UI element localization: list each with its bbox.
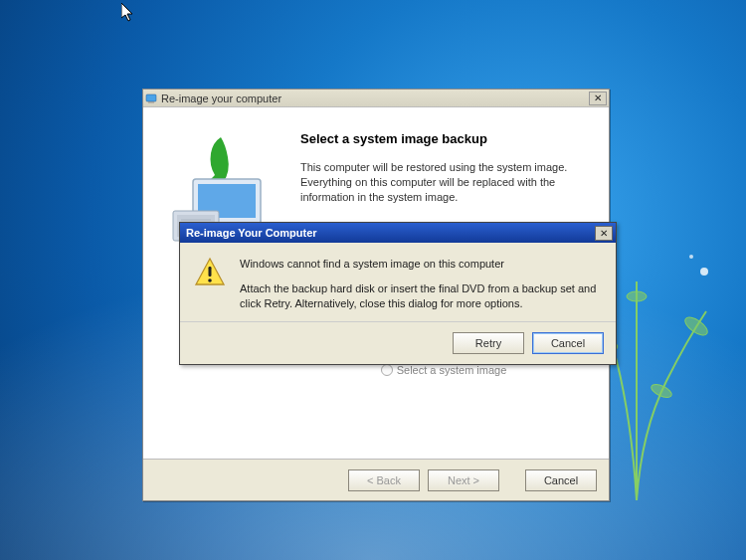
page-description: This computer will be restored using the… bbox=[300, 160, 587, 205]
desktop-background: Re-image your computer ✕ S bbox=[0, 0, 746, 560]
svg-point-3 bbox=[650, 382, 673, 400]
radio-icon bbox=[381, 364, 393, 376]
radio-label: Select a system image bbox=[397, 364, 507, 376]
warning-icon bbox=[194, 257, 226, 288]
page-heading: Select a system image backup bbox=[300, 131, 587, 146]
cancel-button[interactable]: Cancel bbox=[525, 469, 597, 491]
dialog-message-2: Attach the backup hard disk or insert th… bbox=[240, 281, 602, 311]
svg-rect-8 bbox=[148, 101, 154, 103]
titlebar[interactable]: Re-image your computer ✕ bbox=[143, 90, 609, 107]
mouse-cursor-icon bbox=[121, 3, 137, 23]
radio-select-image[interactable]: Select a system image bbox=[300, 364, 587, 376]
dialog-close-button[interactable]: ✕ bbox=[595, 226, 613, 241]
error-dialog: Re-image Your Computer ✕ Windows cannot … bbox=[179, 222, 617, 365]
svg-point-2 bbox=[682, 314, 710, 339]
svg-rect-18 bbox=[209, 267, 212, 277]
svg-point-5 bbox=[700, 268, 708, 276]
svg-point-19 bbox=[208, 279, 212, 282]
dialog-body: Windows cannot find a system image on th… bbox=[180, 243, 616, 321]
dialog-title: Re-image Your Computer bbox=[183, 227, 595, 239]
svg-rect-7 bbox=[146, 94, 156, 101]
dialog-message-1: Windows cannot find a system image on th… bbox=[240, 257, 602, 272]
app-icon bbox=[145, 93, 157, 104]
svg-point-4 bbox=[627, 291, 647, 301]
next-button[interactable]: Next > bbox=[428, 469, 499, 491]
dialog-titlebar[interactable]: Re-image Your Computer ✕ bbox=[180, 223, 616, 243]
back-button[interactable]: < Back bbox=[348, 469, 420, 491]
window-title: Re-image your computer bbox=[161, 93, 589, 104]
svg-point-6 bbox=[689, 255, 693, 259]
dialog-text: Windows cannot find a system image on th… bbox=[240, 257, 602, 311]
dialog-footer: Retry Cancel bbox=[180, 321, 616, 364]
wizard-footer: < Back Next > Cancel bbox=[143, 459, 609, 500]
retry-button[interactable]: Retry bbox=[453, 332, 524, 354]
close-button[interactable]: ✕ bbox=[589, 92, 607, 105]
dialog-cancel-button[interactable]: Cancel bbox=[532, 332, 604, 354]
